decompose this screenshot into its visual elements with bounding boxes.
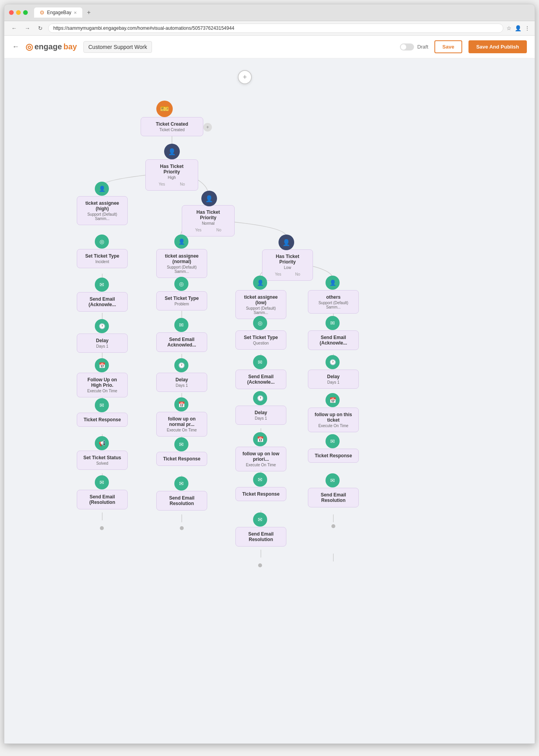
set-status-sub: Solved (83, 461, 122, 466)
set-type-problem-title: Set Ticket Type (162, 296, 201, 301)
email-ack3-node[interactable]: Send Email (Acknowle... (235, 370, 286, 389)
browser-window: ⚙ EngageBay ✕ + ← → ↻ https://sammymugam… (4, 4, 535, 744)
followup2-node[interactable]: follow up on normal pr... Execute On Tim… (156, 412, 207, 437)
set-type-problem-sub: Problem (162, 302, 201, 306)
ticket-response3-node[interactable]: Ticket Response (235, 487, 286, 501)
assignee-normal-sub: Support (Default) Samm... (162, 265, 201, 274)
send-res4-node[interactable]: Send Email Resolution (308, 488, 359, 507)
trigger-node[interactable]: Ticket Created Ticket Created (141, 117, 203, 136)
ticket-response1-node[interactable]: Ticket Response (77, 413, 128, 427)
followup4-sub: Execute On Time (314, 424, 353, 428)
logo: ◎ engagebay (25, 42, 77, 52)
cond3-no: No (295, 272, 300, 276)
delay4-title: Delay (314, 374, 353, 379)
ticket-response1-title: Ticket Response (83, 417, 122, 422)
tab-title: EngageBay (47, 10, 71, 15)
logo-engage: engage (34, 42, 62, 51)
assignee-low-title: ticket assignee (low) (241, 294, 280, 305)
minimize-button[interactable] (16, 10, 21, 15)
assignee-low-sub: Support (Default) Samm... (241, 306, 280, 315)
send-res2-node[interactable]: Send Email Resolution (156, 491, 207, 511)
menu-icon[interactable]: ⋮ (525, 25, 530, 31)
followup1-node[interactable]: Follow Up on High Prio. Execute On Time (77, 373, 128, 397)
cond3-sub: Low (268, 265, 307, 270)
connector-lines (4, 58, 535, 743)
set-type-incident-node[interactable]: Set Ticket Type Incident (77, 249, 128, 268)
set-type-incident-sub: Incident (83, 260, 122, 264)
address-bar[interactable]: https://sammymugambi.engagebay.com/home#… (48, 23, 503, 33)
set-status-node[interactable]: Set Ticket Status Solved (77, 451, 128, 470)
end-dot-col3 (258, 563, 262, 567)
send-res3-title: Send Email Resolution (241, 531, 280, 542)
browser-tab[interactable]: ⚙ EngageBay ✕ (34, 7, 82, 18)
cond1-node[interactable]: Has Ticket Priority High Yes No (145, 159, 198, 191)
set-type-problem-node[interactable]: Set Ticket Type Problem (156, 291, 207, 310)
assignee-normal-node[interactable]: ticket assignee (normal) Support (Defaul… (156, 249, 207, 278)
email-ack4-node[interactable]: Send Email (Acknowle... (308, 330, 359, 350)
window-controls (9, 10, 28, 15)
set-type-question-node[interactable]: Set Ticket Type Question (235, 330, 286, 350)
delay2-node[interactable]: Delay Days 1 (156, 373, 207, 392)
tab-close-icon[interactable]: ✕ (74, 11, 77, 15)
refresh-button[interactable]: ↻ (36, 24, 45, 32)
delay3-node[interactable]: Delay Days 1 (235, 406, 286, 425)
delay1-node[interactable]: Delay Days 1 (77, 334, 128, 353)
save-publish-button[interactable]: Save And Publish (468, 40, 527, 53)
cond3-node[interactable]: Has Ticket Priority Low Yes No (262, 249, 313, 281)
plus-after-trigger[interactable]: + (203, 123, 212, 132)
back-nav-button[interactable]: ← (9, 24, 19, 32)
delay4-node[interactable]: Delay Days 1 (308, 370, 359, 389)
others-sub: Support (Default) Samm... (314, 301, 353, 309)
send-res1-title: Send Email (Resolution (83, 494, 122, 505)
back-button[interactable]: ← (12, 43, 19, 51)
profile-icon[interactable]: 👤 (515, 25, 521, 31)
cond2-yes-no: Yes No (188, 228, 229, 232)
ticket-response2-node[interactable]: Ticket Response (156, 452, 207, 466)
toggle-switch[interactable] (400, 43, 414, 51)
assignee-high-sub: Support (Default) Samm... (83, 212, 122, 221)
cond3-yes-no: Yes No (268, 272, 307, 276)
cond1-title: Has Ticket Priority (151, 164, 192, 175)
logo-bay: bay (63, 42, 77, 51)
new-tab-button[interactable]: + (87, 9, 90, 16)
tab-favicon: ⚙ (40, 9, 45, 16)
close-button[interactable] (9, 10, 14, 15)
others-title: others (314, 294, 353, 300)
assignee-high-title: ticket assignee (high) (83, 200, 122, 211)
bookmark-icon[interactable]: ☆ (506, 25, 512, 31)
cond1-yes: Yes (159, 182, 165, 186)
email-ack2-node[interactable]: Send Email Acknowled... (156, 332, 207, 352)
email-ack3-title: Send Email (Acknowle... (241, 374, 280, 385)
delay2-sub: Days 1 (162, 383, 201, 388)
email-ack1-title: Send Email (Acknowle... (83, 296, 122, 307)
set-type-incident-title: Set Ticket Type (83, 253, 122, 259)
delay3-title: Delay (241, 410, 280, 415)
followup4-node[interactable]: follow up on this ticket Execute On Time (308, 408, 359, 432)
followup3-title: follow up on low priori... (241, 451, 280, 462)
send-res3-node[interactable]: Send Email Resolution (235, 527, 286, 547)
ticket-response4-node[interactable]: Ticket Response (308, 449, 359, 463)
cond2-node[interactable]: Has Ticket Priority Normal Yes No (182, 205, 235, 236)
send-res1-node[interactable]: Send Email (Resolution (77, 490, 128, 509)
forward-nav-button[interactable]: → (22, 24, 33, 32)
followup3-node[interactable]: follow up on low priori... Execute On Ti… (235, 447, 286, 471)
delay1-title: Delay (83, 338, 122, 343)
cond2-no: No (216, 228, 221, 232)
others-node[interactable]: others Support (Default) Samm... (308, 290, 359, 314)
email-ack1-node[interactable]: Send Email (Acknowle... (77, 292, 128, 312)
workflow-canvas[interactable]: + (4, 58, 535, 743)
email-ack4-title: Send Email (Acknowle... (314, 335, 353, 346)
followup3-sub: Execute On Time (241, 463, 280, 467)
end-dot-col2 (180, 526, 184, 530)
set-type-question-sub: Question (241, 341, 280, 345)
save-button[interactable]: Save (434, 40, 462, 53)
send-res4-title: Send Email Resolution (314, 492, 353, 503)
delay3-sub: Days 1 (241, 416, 280, 420)
add-node-button[interactable]: + (238, 70, 252, 84)
app-header: ← ◎ engagebay Customer Support Work Draf… (4, 36, 535, 58)
workflow-name[interactable]: Customer Support Work (83, 41, 152, 53)
maximize-button[interactable] (23, 10, 28, 15)
assignee-high-node[interactable]: ticket assignee (high) Support (Default)… (77, 196, 128, 225)
cond2-yes: Yes (195, 228, 201, 232)
assignee-low-node[interactable]: ticket assignee (low) Support (Default) … (235, 290, 286, 319)
